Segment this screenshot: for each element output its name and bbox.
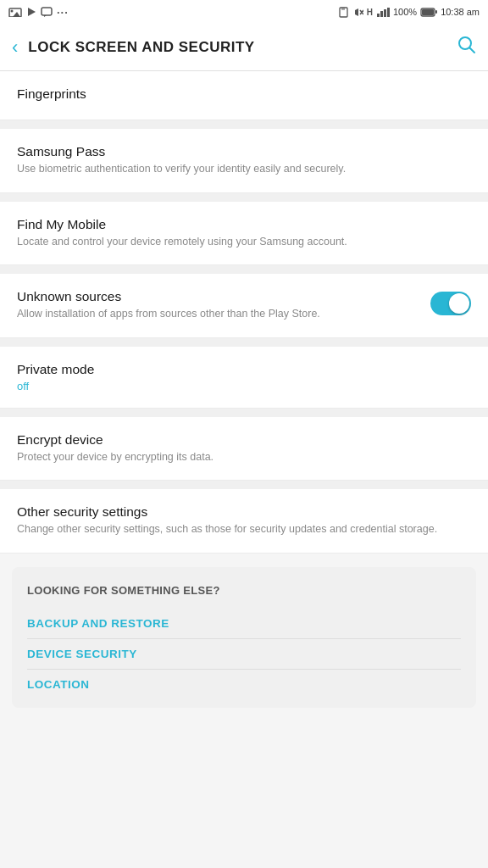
signal-icon: [376, 7, 390, 17]
sdcard-icon: [338, 7, 349, 18]
unknown-sources-toggle-wrapper[interactable]: [430, 292, 471, 319]
samsung-pass-title: Samsung Pass: [17, 144, 471, 159]
battery-percent: 100%: [393, 7, 417, 17]
other-security-item[interactable]: Other security settings Change other sec…: [0, 489, 488, 554]
looking-for-box: Looking for something else? Backup and R…: [12, 567, 476, 708]
private-mode-item[interactable]: Private mode off: [0, 347, 488, 409]
svg-marker-1: [13, 12, 20, 17]
private-mode-content: Private mode off: [17, 362, 471, 392]
encrypt-device-subtitle: Protect your device by encrypting its da…: [17, 450, 471, 465]
svg-point-2: [11, 10, 14, 13]
divider-2: [0, 193, 488, 202]
unknown-sources-toggle[interactable]: [430, 292, 471, 315]
divider-6: [0, 481, 488, 489]
mute-icon: [352, 7, 363, 18]
network-h-icon: H: [367, 8, 373, 17]
backup-restore-link[interactable]: Backup and Restore: [27, 609, 461, 639]
fingerprints-title: Fingerprints: [17, 86, 471, 102]
svg-rect-17: [422, 9, 434, 15]
find-my-mobile-item[interactable]: Find My Mobile Locate and control your d…: [0, 202, 488, 266]
find-my-mobile-subtitle: Locate and control your device remotely …: [17, 235, 471, 250]
svg-marker-3: [28, 8, 36, 16]
find-my-mobile-title: Find My Mobile: [17, 217, 471, 232]
divider-1: [0, 120, 488, 129]
svg-rect-12: [377, 14, 380, 17]
status-right-icons: H 100% 10:38 am: [338, 7, 480, 18]
divider-5: [0, 409, 488, 417]
svg-rect-15: [387, 8, 390, 17]
toggle-thumb: [449, 293, 469, 314]
device-security-link[interactable]: Device Security: [27, 639, 461, 670]
fingerprints-item[interactable]: Fingerprints: [0, 71, 488, 120]
more-icon: ···: [57, 6, 69, 19]
other-security-content: Other security settings Change other sec…: [17, 504, 471, 537]
chat-icon: [41, 7, 53, 17]
unknown-sources-item[interactable]: Unknown sources Allow installation of ap…: [0, 274, 488, 338]
clock: 10:38 am: [441, 7, 480, 17]
svg-rect-4: [42, 8, 52, 15]
looking-for-title: Looking for something else?: [27, 584, 461, 597]
private-mode-title: Private mode: [17, 362, 471, 377]
other-security-title: Other security settings: [17, 504, 471, 520]
svg-rect-14: [384, 9, 386, 17]
settings-list: Fingerprints Samsung Pass Use biometric …: [0, 71, 488, 554]
unknown-sources-title: Unknown sources: [17, 289, 417, 304]
page-title: Lock Screen and Security: [28, 39, 458, 56]
encrypt-device-content: Encrypt device Protect your device by en…: [17, 432, 471, 465]
find-my-mobile-content: Find My Mobile Locate and control your d…: [17, 217, 471, 250]
fingerprints-content: Fingerprints: [17, 86, 471, 104]
header: ‹ Lock Screen and Security: [0, 24, 488, 71]
battery-icon: [420, 7, 437, 17]
divider-4: [0, 338, 488, 347]
location-link[interactable]: Location: [27, 670, 461, 699]
status-left-icons: ···: [8, 6, 69, 19]
toggle-track: [430, 292, 471, 315]
svg-rect-18: [435, 10, 437, 14]
photo-icon: [8, 7, 22, 17]
unknown-sources-subtitle: Allow installation of apps from sources …: [17, 307, 417, 322]
private-mode-status: off: [17, 380, 471, 392]
svg-line-20: [470, 47, 475, 53]
samsung-pass-subtitle: Use biometric authentication to verify y…: [17, 162, 471, 177]
back-button[interactable]: ‹: [12, 38, 18, 57]
play-icon: [26, 7, 36, 17]
samsung-pass-item[interactable]: Samsung Pass Use biometric authenticatio…: [0, 129, 488, 193]
search-button[interactable]: [458, 36, 476, 59]
svg-marker-5: [44, 15, 47, 17]
status-bar: ··· H 100% 10:38 am: [0, 0, 488, 24]
unknown-sources-content: Unknown sources Allow installation of ap…: [17, 289, 417, 322]
divider-3: [0, 265, 488, 274]
svg-marker-9: [355, 8, 358, 16]
svg-rect-13: [380, 11, 383, 17]
encrypt-device-item[interactable]: Encrypt device Protect your device by en…: [0, 417, 488, 481]
samsung-pass-content: Samsung Pass Use biometric authenticatio…: [17, 144, 471, 177]
other-security-subtitle: Change other security settings, such as …: [17, 522, 471, 537]
encrypt-device-title: Encrypt device: [17, 432, 471, 448]
